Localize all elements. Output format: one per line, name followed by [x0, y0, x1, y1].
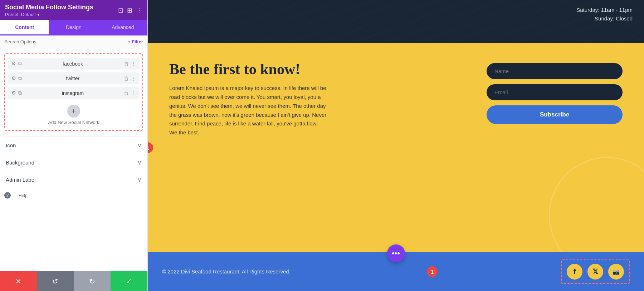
twitter-item-icons: ⚙ ⧉ [11, 75, 22, 81]
social-item-facebook: ⚙ ⧉ facebook 🗑 ⋮ [8, 58, 140, 70]
grid-icon[interactable]: ⊞ [127, 6, 132, 14]
filter-button[interactable]: + Filter [128, 39, 143, 44]
main-area: Saturday: 11am - 11pm Sunday: Closed 1 B… [148, 0, 644, 291]
add-circle-icon: + [67, 105, 80, 118]
section-background: Background ∨ [4, 154, 143, 171]
twitter-label: twitter [25, 76, 121, 81]
settings-icon[interactable]: ⚙ [11, 90, 16, 96]
instagram-social-icon[interactable]: 📷 [608, 264, 624, 280]
duplicate-icon[interactable]: ⧉ [18, 75, 22, 81]
admin-label-section-header[interactable]: Admin Label ∨ [6, 176, 142, 183]
footer-copyright: © 2022 Divi Seafood Restaurant. All Righ… [162, 268, 291, 276]
section-icon: Icon ∨ [4, 137, 143, 154]
yellow-content-left: Be the first to know! Lorem Khaled Ipsum… [169, 60, 458, 137]
panel-header: Social Media Follow Settings Preset: Def… [0, 0, 147, 20]
add-network-button[interactable]: + Add New Social Network [8, 102, 140, 126]
background-chevron: ∨ [137, 159, 142, 166]
settings-icon[interactable]: ⚙ [11, 61, 16, 67]
icon-section-title: Icon [6, 142, 16, 148]
hours-text: Saturday: 11am - 11pm Sunday: Closed [576, 6, 633, 23]
panel-header-icons: ⊡ ⊞ ⋮ [118, 6, 142, 14]
save-layout-icon[interactable]: ⊡ [118, 6, 123, 14]
delete-icon[interactable]: 🗑 [124, 61, 129, 67]
facebook-label: facebook [25, 61, 121, 67]
duplicate-icon[interactable]: ⧉ [18, 90, 22, 96]
admin-label-section-title: Admin Label [6, 177, 35, 183]
footer-social-icons: f 𝕏 📷 [561, 259, 630, 284]
sunday-hours: Sunday: Closed [576, 14, 633, 23]
twitter-actions: 🗑 ⋮ [124, 76, 136, 81]
icon-section-header[interactable]: Icon ∨ [6, 142, 142, 149]
yellow-title: Be the first to know! [169, 60, 458, 78]
redo-button[interactable]: ↻ [74, 271, 111, 291]
facebook-actions: 🗑 ⋮ [124, 61, 136, 67]
help-icon[interactable]: ? [4, 192, 11, 199]
settings-icon[interactable]: ⚙ [11, 75, 16, 81]
footer-badge: 1 [427, 266, 438, 277]
admin-label-chevron: ∨ [137, 176, 142, 183]
more-options-icon[interactable]: ⋮ [136, 6, 142, 14]
panel-tabs: Content Design Advanced [0, 20, 147, 35]
add-network-label: Add New Social Network [48, 120, 99, 125]
section-admin-label: Admin Label ∨ [4, 171, 143, 188]
search-bar: + Filter [0, 35, 147, 48]
yellow-body: Lorem Khaled Ipsum is a major key to suc… [169, 84, 327, 137]
icon-chevron: ∨ [137, 142, 142, 149]
save-button[interactable]: ✓ [111, 271, 147, 291]
yellow-form-right: Subscribe [487, 60, 623, 124]
twitter-social-icon[interactable]: 𝕏 [587, 264, 603, 280]
search-input[interactable] [4, 39, 125, 44]
subscribe-button[interactable]: Subscribe [487, 105, 623, 124]
social-item-twitter: ⚙ ⧉ twitter 🗑 ⋮ [8, 72, 140, 84]
more-icon[interactable]: ⋮ [131, 90, 136, 96]
help-label: Help [13, 192, 28, 199]
duplicate-icon[interactable]: ⧉ [18, 61, 22, 67]
top-section: Saturday: 11am - 11pm Sunday: Closed [148, 0, 644, 43]
name-input[interactable] [487, 63, 623, 79]
panel-title: Social Media Follow Settings [5, 4, 93, 11]
more-icon[interactable]: ⋮ [131, 76, 136, 81]
email-input[interactable] [487, 84, 623, 100]
background-section-title: Background [6, 159, 34, 166]
tab-design[interactable]: Design [49, 20, 98, 35]
panel-preset[interactable]: Preset: Default ▾ [5, 12, 93, 17]
tab-content[interactable]: Content [0, 20, 49, 35]
social-item-instagram: ⚙ ⧉ instagram 🗑 ⋮ [8, 87, 140, 99]
left-panel: Social Media Follow Settings Preset: Def… [0, 0, 148, 291]
panel-header-left: Social Media Follow Settings Preset: Def… [5, 4, 93, 17]
facebook-item-icons: ⚙ ⧉ [11, 61, 22, 67]
selection-badge-left: 1 [148, 142, 153, 153]
delete-icon[interactable]: 🗑 [124, 76, 129, 81]
social-list-container: ⚙ ⧉ facebook 🗑 ⋮ ⚙ ⧉ twitter 🗑 ⋮ [4, 53, 143, 131]
facebook-social-icon[interactable]: f [567, 264, 582, 280]
floating-action-button[interactable]: ••• [387, 244, 405, 262]
tab-advanced[interactable]: Advanced [98, 20, 147, 35]
instagram-label: instagram [25, 90, 121, 96]
instagram-item-icons: ⚙ ⧉ [11, 90, 22, 96]
yellow-section: 1 Be the first to know! Lorem Khaled Ips… [148, 43, 644, 252]
background-section-header[interactable]: Background ∨ [6, 159, 142, 166]
panel-bottom-bar: ✕ ↺ ↻ ✓ [0, 271, 147, 291]
saturday-hours: Saturday: 11am - 11pm [576, 6, 633, 14]
panel-content: ⚙ ⧉ facebook 🗑 ⋮ ⚙ ⧉ twitter 🗑 ⋮ [0, 48, 147, 271]
delete-icon[interactable]: 🗑 [124, 90, 129, 96]
instagram-actions: 🗑 ⋮ [124, 90, 136, 96]
undo-button[interactable]: ↺ [37, 271, 74, 291]
more-icon[interactable]: ⋮ [131, 61, 136, 67]
cancel-button[interactable]: ✕ [0, 271, 37, 291]
